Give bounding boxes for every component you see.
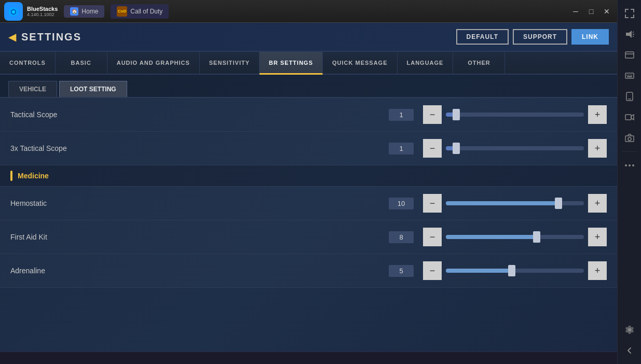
sidebar-divider [622,151,637,152]
first-aid-kit-track[interactable] [446,235,584,239]
svg-point-20 [628,137,631,141]
svg-rect-17 [625,115,631,120]
medicine-section-header: Medicine [0,165,617,186]
home-tab-label: Home [81,8,98,15]
tactical-scope-track[interactable] [446,113,584,117]
adrenaline-decrease[interactable]: − [423,261,442,280]
tab-basic[interactable]: BASIC [56,52,107,74]
tactical-scope-row: Tactical Scope 1 − + [0,98,617,132]
first-aid-kit-fill [446,235,537,239]
svg-line-6 [633,36,634,37]
maximize-button[interactable]: □ [585,5,597,18]
3x-tactical-scope-value: 1 [389,143,414,155]
adrenaline-increase[interactable]: + [588,261,607,280]
first-aid-kit-slider-container: 8 − + [389,228,607,246]
bluestacks-logo [4,2,23,21]
tab-language[interactable]: LANGUAGE [398,52,454,74]
bluestacks-info: BlueStacks 4.140.1.1002 [27,6,58,17]
medicine-indicator [10,171,12,181]
nav-tabs: CONTROLS BASIC AUDIO AND GRAPHICS SENSIT… [0,52,617,75]
title-bar: BlueStacks 4.140.1.1002 🏠 Home CoD Call … [0,0,617,23]
3x-tactical-scope-row: 3x Tactical Scope 1 − + [0,132,617,165]
svg-point-21 [625,164,627,166]
back-sidebar-icon[interactable] [620,341,639,360]
3x-tactical-scope-slider-container: 1 − + [389,139,607,158]
title-bar-left: BlueStacks 4.140.1.1002 🏠 Home CoD Call … [0,2,176,21]
first-aid-kit-value: 8 [389,231,414,243]
svg-rect-7 [625,52,634,58]
more-icon[interactable] [620,156,639,175]
first-aid-kit-increase[interactable]: + [588,228,607,246]
svg-rect-9 [625,73,634,78]
3x-tactical-scope-thumb[interactable] [453,143,460,154]
close-button[interactable]: ✕ [601,5,613,18]
settings-title: SETTINGS [21,31,81,43]
fullscreen-icon[interactable] [620,46,639,64]
hemostatic-track[interactable] [446,201,584,205]
cod-tab[interactable]: CoD Call of Duty [111,4,169,19]
minimize-button[interactable]: ─ [569,5,582,18]
hemostatic-label: Hemostatic [10,199,389,207]
tactical-scope-label: Tactical Scope [10,110,389,119]
hemostatic-increase[interactable]: + [588,194,607,213]
tab-br-settings[interactable]: BR SETTINGS [260,52,323,75]
first-aid-kit-thumb[interactable] [533,231,540,243]
tactical-scope-slider-container: 1 − + [389,105,607,124]
hemostatic-fill [446,201,559,205]
expand-icon[interactable] [620,4,639,23]
adrenaline-thumb[interactable] [508,265,515,276]
3x-tactical-scope-increase[interactable]: + [588,139,607,158]
sub-tabs: VEHICLE LOOT SETTING [0,75,617,97]
adrenaline-value: 5 [389,265,414,277]
app-name: BlueStacks [27,6,58,12]
svg-marker-3 [626,31,632,38]
tab-audio[interactable]: AUDIO AND GRAPHICS [107,52,200,74]
window-controls: ─ □ ✕ [569,5,617,18]
medicine-title: Medicine [18,172,49,180]
home-tab[interactable]: 🏠 Home [64,5,104,18]
hemostatic-decrease[interactable]: − [423,194,442,213]
cod-tab-icon: CoD [117,6,127,17]
cod-tab-label: Call of Duty [130,8,162,15]
camera-icon[interactable] [620,129,639,147]
record-icon[interactable] [620,108,639,127]
tactical-scope-value: 1 [389,109,414,121]
tactical-scope-thumb[interactable] [453,109,460,120]
back-button[interactable]: ◀ [8,31,16,43]
svg-point-2 [12,10,15,13]
svg-line-4 [633,32,634,33]
content-area: VEHICLE LOOT SETTING Tactical Scope 1 − … [0,75,617,352]
first-aid-kit-decrease[interactable]: − [423,228,442,246]
3x-tactical-scope-decrease[interactable]: − [423,139,442,158]
3x-tactical-scope-label: 3x Tactical Scope [10,144,389,152]
tab-sensitivity[interactable]: SENSITIVITY [200,52,260,74]
settings-sidebar-icon[interactable] [620,320,639,339]
tab-other[interactable]: OTHER [453,52,505,74]
settings-header: ◀ SETTINGS DEFAULT SUPPORT LINK [0,23,617,52]
header-buttons: DEFAULT SUPPORT LINK [456,29,609,45]
tactical-scope-increase[interactable]: + [588,105,607,124]
adrenaline-track[interactable] [446,269,584,273]
adrenaline-slider-container: 5 − + [389,261,607,280]
hemostatic-thumb[interactable] [555,198,562,209]
tab-quick-message[interactable]: QUICK MESSAGE [323,52,398,74]
3x-tactical-scope-track[interactable] [446,146,584,150]
first-aid-kit-row: First Aid Kit 8 − + [0,220,617,254]
keyboard-icon[interactable] [620,66,639,85]
hemostatic-slider-container: 10 − + [389,194,607,213]
link-button[interactable]: LINK [571,29,609,45]
hemostatic-row: Hemostatic 10 − + [0,187,617,220]
first-aid-kit-label: First Aid Kit [10,233,389,241]
tab-controls[interactable]: CONTROLS [0,52,56,74]
default-button[interactable]: DEFAULT [456,29,509,45]
sub-tab-vehicle[interactable]: VEHICLE [8,81,57,97]
sub-tab-loot-setting[interactable]: LOOT SETTING [59,81,127,97]
hemostatic-value: 10 [389,198,414,209]
phone-icon[interactable] [620,87,639,106]
adrenaline-row: Adrenaline 5 − + [0,254,617,288]
right-sidebar [617,0,641,364]
adrenaline-label: Adrenaline [10,267,389,275]
tactical-scope-decrease[interactable]: − [423,105,442,124]
support-button[interactable]: SUPPORT [513,29,567,45]
sound-icon[interactable] [620,25,639,44]
